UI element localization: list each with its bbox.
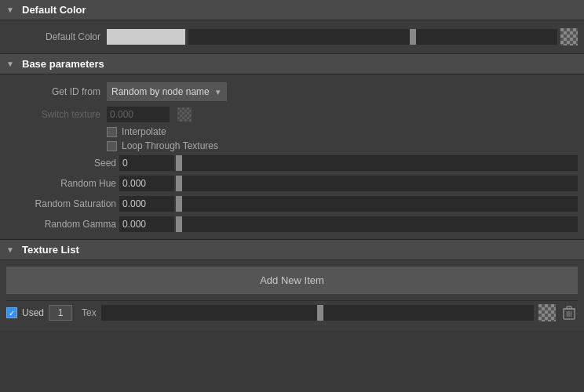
- base-params-content: Get ID from Random by node name ▼ Switch…: [0, 74, 584, 239]
- default-color-section: ▼ Default Color Default Color: [0, 0, 584, 53]
- seed-row: Seed: [0, 153, 584, 173]
- default-color-slider-thumb[interactable]: [410, 29, 416, 45]
- default-color-swatch[interactable]: [107, 29, 185, 45]
- texture-list-header: ▼ Texture List: [0, 240, 584, 260]
- seed-slider-thumb[interactable]: [176, 155, 182, 171]
- random-gamma-row: Random Gamma: [0, 214, 584, 234]
- used-label: Used: [22, 307, 44, 318]
- random-saturation-slider[interactable]: [176, 196, 578, 212]
- random-hue-input[interactable]: [119, 176, 174, 191]
- add-new-item-button[interactable]: Add New Item: [6, 267, 578, 294]
- loop-textures-row: Loop Through Textures: [0, 139, 584, 153]
- interpolate-label: Interpolate: [122, 126, 166, 137]
- base-params-title: Base parameters: [22, 58, 104, 70]
- seed-label: Seed: [6, 158, 116, 169]
- used-row: Used Tex: [6, 301, 578, 325]
- dropdown-arrow-icon: ▼: [214, 88, 222, 96]
- random-saturation-row: Random Saturation: [0, 194, 584, 214]
- texture-list-section: ▼ Texture List Add New Item Used Tex: [0, 240, 584, 331]
- texture-list-chevron[interactable]: ▼: [6, 245, 17, 256]
- get-id-dropdown-value: Random by node name: [111, 86, 210, 97]
- default-color-header: ▼ Default Color: [0, 0, 584, 20]
- loop-textures-label: Loop Through Textures: [122, 140, 218, 151]
- switch-texture-label: Switch texture: [6, 109, 100, 120]
- get-id-label: Get ID from: [6, 86, 100, 97]
- default-color-slider[interactable]: [188, 29, 557, 45]
- base-params-header: ▼ Base parameters: [0, 54, 584, 74]
- texture-list-title: Texture List: [22, 244, 79, 256]
- tex-checker-icon[interactable]: [538, 304, 556, 321]
- random-gamma-input[interactable]: [119, 216, 174, 232]
- used-value-input[interactable]: [49, 305, 72, 321]
- tex-label: Tex: [82, 307, 97, 318]
- random-hue-slider-thumb[interactable]: [176, 176, 182, 191]
- used-checkbox[interactable]: [6, 307, 17, 318]
- interpolate-checkbox[interactable]: [107, 127, 117, 137]
- switch-texture-checker-icon: [177, 107, 192, 122]
- random-gamma-slider[interactable]: [176, 216, 578, 232]
- loop-textures-checkbox[interactable]: [107, 141, 117, 151]
- seed-slider[interactable]: [176, 155, 578, 171]
- default-color-content: Default Color: [0, 20, 584, 53]
- base-params-chevron[interactable]: ▼: [6, 59, 17, 70]
- base-params-section: ▼ Base parameters Get ID from Random by …: [0, 54, 584, 239]
- random-saturation-input[interactable]: [119, 196, 174, 212]
- delete-item-button[interactable]: [560, 304, 578, 321]
- default-color-chevron[interactable]: ▼: [6, 5, 17, 16]
- interpolate-row: Interpolate: [0, 125, 584, 139]
- random-gamma-slider-thumb[interactable]: [176, 216, 182, 232]
- texture-list-content: Add New Item Used Tex: [0, 260, 584, 331]
- default-color-title: Default Color: [22, 4, 86, 16]
- random-hue-slider[interactable]: [176, 176, 578, 191]
- random-saturation-label: Random Saturation: [6, 198, 116, 209]
- seed-input[interactable]: [119, 155, 174, 171]
- switch-texture-row: Switch texture: [0, 104, 584, 125]
- default-color-checker-icon[interactable]: [560, 28, 578, 45]
- get-id-dropdown[interactable]: Random by node name ▼: [107, 82, 227, 101]
- random-saturation-slider-thumb[interactable]: [176, 196, 182, 212]
- random-hue-label: Random Hue: [6, 178, 116, 189]
- random-hue-row: Random Hue: [0, 173, 584, 194]
- switch-texture-input[interactable]: [107, 107, 170, 122]
- tex-slider-thumb[interactable]: [317, 305, 323, 321]
- default-color-label: Default Color: [6, 31, 100, 42]
- get-id-row: Get ID from Random by node name ▼: [0, 79, 584, 104]
- tex-slider[interactable]: [101, 305, 534, 321]
- random-gamma-label: Random Gamma: [6, 219, 116, 230]
- default-color-row: Default Color: [0, 25, 584, 49]
